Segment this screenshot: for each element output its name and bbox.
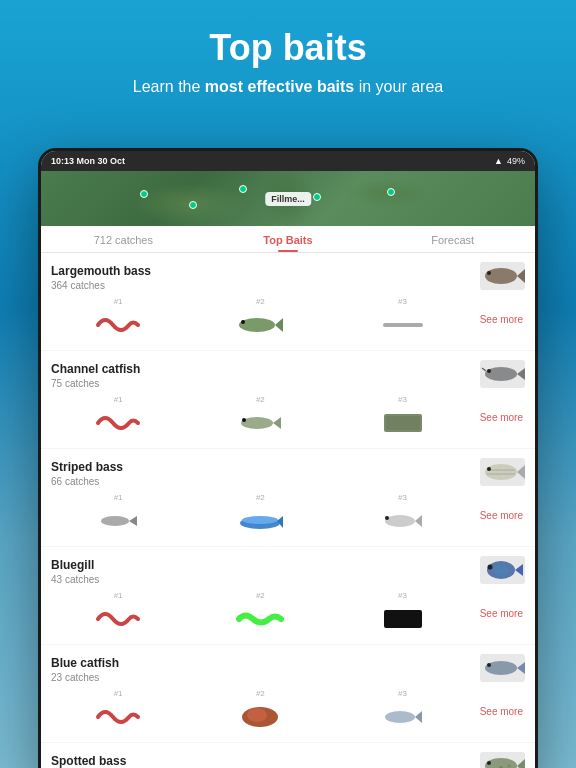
svg-point-0	[485, 268, 517, 284]
fish-header: Spotted bass 17 catches	[41, 743, 535, 768]
fish-info: Blue catfish 23 catches	[51, 653, 119, 683]
bait-image	[92, 700, 144, 734]
status-bar: 10:13 Mon 30 Oct ▲ 49%	[41, 151, 535, 171]
svg-point-12	[485, 464, 517, 480]
bait-item: #2	[189, 297, 331, 342]
fish-info: Spotted bass 17 catches	[51, 751, 126, 768]
bait-item: #3	[331, 297, 473, 342]
bait-image	[234, 308, 286, 342]
bait-image	[234, 700, 286, 734]
bait-image	[234, 602, 286, 636]
baits-row: #1 #2 #3	[41, 587, 535, 644]
fish-row-right: See more	[474, 314, 529, 325]
tab-top-baits[interactable]: Top Baits	[206, 226, 371, 252]
fish-header: Striped bass 66 catches	[41, 449, 535, 489]
bait-image	[377, 406, 429, 440]
bait-item: #2	[189, 395, 331, 440]
header-subtitle: Learn the most effective baits in your a…	[20, 76, 556, 98]
fish-thumbnail	[480, 262, 525, 290]
bait-item: #1	[47, 297, 189, 342]
svg-point-31	[487, 761, 491, 765]
tablet-frame: 10:13 Mon 30 Oct ▲ 49% Fillme... 712 cat…	[38, 148, 538, 768]
svg-point-20	[385, 516, 389, 520]
status-right: ▲ 49%	[494, 156, 525, 166]
svg-point-9	[242, 418, 246, 422]
fish-row-right: See more	[474, 510, 529, 521]
svg-point-29	[385, 711, 415, 723]
bait-image	[377, 602, 429, 636]
fish-thumbnail	[480, 556, 525, 584]
fish-row-right: See more	[474, 412, 529, 423]
svg-point-25	[485, 661, 517, 675]
fish-section-spotted-bass: Spotted bass 17 catches #1	[41, 743, 535, 768]
bait-image	[92, 504, 144, 538]
svg-rect-11	[386, 416, 420, 430]
tab-catches[interactable]: 712 catches	[41, 226, 206, 252]
fish-thumbnail	[480, 654, 525, 682]
status-time: 10:13 Mon 30 Oct	[51, 156, 125, 166]
baits-row: #1 #2 #3	[41, 293, 535, 350]
bait-item: #3	[331, 591, 473, 636]
fish-section-channel-catfish: Channel catfish 75 catches #1	[41, 351, 535, 448]
bait-item: #1	[47, 395, 189, 440]
svg-point-3	[241, 320, 245, 324]
nav-tabs: 712 catches Top Baits Forecast	[41, 226, 535, 253]
fish-section-bluegill: Bluegill 43 catches #1 #2	[41, 547, 535, 644]
baits-row: #1 #2 #3	[41, 391, 535, 448]
svg-point-1	[487, 271, 491, 275]
fish-header: Blue catfish 23 catches	[41, 645, 535, 685]
svg-point-26	[487, 663, 491, 667]
tablet-inner: 10:13 Mon 30 Oct ▲ 49% Fillme... 712 cat…	[41, 151, 535, 768]
svg-point-16	[101, 516, 129, 526]
bait-item: #2	[189, 591, 331, 636]
svg-rect-4	[383, 323, 423, 327]
map-pin	[140, 190, 148, 198]
fish-thumbnail	[480, 458, 525, 486]
fish-info: Channel catfish 75 catches	[51, 359, 140, 389]
bait-image	[92, 602, 144, 636]
bait-item: #3	[331, 493, 473, 538]
fish-thumbnail	[480, 360, 525, 388]
svg-point-23	[493, 565, 509, 575]
wifi-icon: ▲	[494, 156, 503, 166]
bait-image	[377, 700, 429, 734]
bait-image	[92, 406, 144, 440]
battery-indicator: 49%	[507, 156, 525, 166]
svg-point-18	[242, 516, 278, 524]
svg-rect-24	[384, 610, 422, 628]
header: Top baits Learn the most effective baits…	[0, 0, 576, 114]
svg-point-8	[241, 417, 273, 429]
bait-item: #1	[47, 689, 189, 734]
svg-line-7	[482, 368, 486, 371]
bait-item: #3	[331, 395, 473, 440]
fish-info: Striped bass 66 catches	[51, 457, 123, 487]
bait-image	[92, 308, 144, 342]
svg-point-2	[239, 318, 275, 332]
tab-forecast[interactable]: Forecast	[370, 226, 535, 252]
fish-info: Bluegill 43 catches	[51, 555, 99, 585]
fish-section-largemouth-bass: Largemouth bass 364 catches #1	[41, 253, 535, 350]
page-title: Top baits	[20, 28, 556, 68]
map-pin	[239, 185, 247, 193]
map-pin	[189, 201, 197, 209]
map-area[interactable]: Fillme...	[41, 171, 535, 226]
map-label: Fillme...	[265, 192, 311, 206]
fish-header: Bluegill 43 catches	[41, 547, 535, 587]
bait-image	[234, 406, 286, 440]
fish-row-right: See more	[474, 706, 529, 717]
bait-item: #1	[47, 591, 189, 636]
baits-row: #1 #2 #3	[41, 489, 535, 546]
svg-point-28	[247, 708, 267, 722]
bait-item: #3	[331, 689, 473, 734]
bait-item: #2	[189, 689, 331, 734]
map-pin	[313, 193, 321, 201]
bait-image	[377, 504, 429, 538]
svg-point-15	[487, 467, 491, 471]
fish-header: Channel catfish 75 catches	[41, 351, 535, 391]
fish-row-right: See more	[474, 608, 529, 619]
svg-point-5	[485, 367, 517, 381]
bait-item: #1	[47, 493, 189, 538]
bait-image	[377, 308, 429, 342]
svg-point-22	[487, 565, 492, 570]
map-pin	[387, 188, 395, 196]
